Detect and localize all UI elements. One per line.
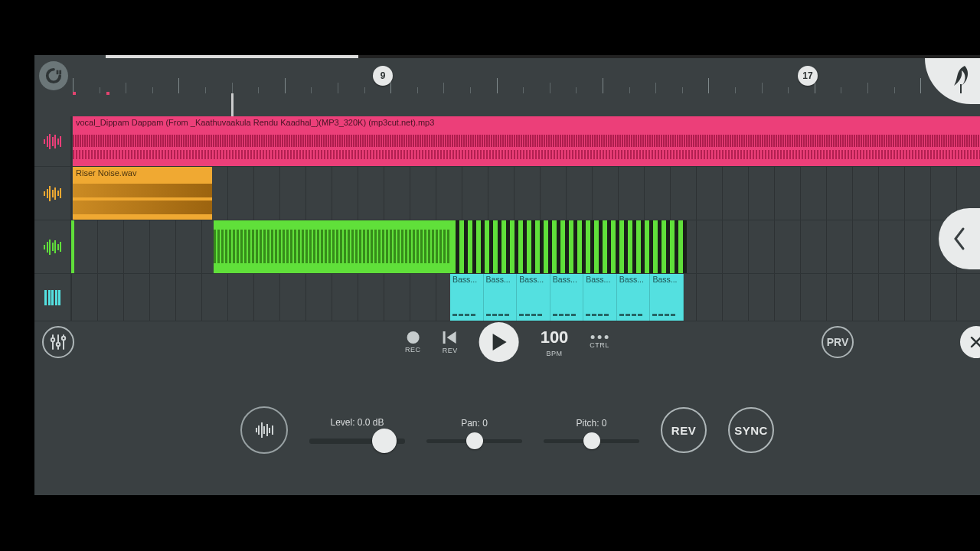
ruler-marker[interactable]: 17 [798,66,818,86]
keyboard-icon [44,290,60,305]
segment-label: Bass... [486,275,511,284]
waveform-icon [44,133,61,150]
audio-clip-green[interactable] [214,220,687,273]
segment-label: Bass... [553,275,577,284]
midi-segment[interactable]: Bass... [450,274,484,321]
track-header-green[interactable] [34,220,71,273]
segment-label: Bass... [586,275,610,284]
pan-label: Pan: 0 [461,418,488,429]
bpm-control[interactable]: 100 BPM [541,328,569,357]
ruler-ticks [73,58,980,93]
audio-clip-vocal[interactable]: vocal_Dippam Dappam (From _Kaathuvaakula… [73,116,980,166]
track-lane[interactable]: Bass...Bass...Bass...Bass...Bass...Bass.… [71,274,980,321]
midi-clip-bass[interactable]: Bass...Bass...Bass...Bass...Bass...Bass.… [450,274,684,321]
mixer-button[interactable] [42,326,74,358]
svg-point-3 [51,338,54,341]
track-row-bass: Bass...Bass...Bass...Bass...Bass...Bass.… [34,274,980,321]
segment-label: Bass... [619,275,644,284]
bpm-label: BPM [546,350,562,357]
clip-edit-panel: Level: 0.0 dB Pan: 0 Pitch: 0 REV SYNC [34,365,980,495]
clip-label: vocal_Dippam Dappam (From _Kaathuvaakula… [76,118,434,127]
midi-segment[interactable]: Bass... [517,274,550,321]
record-label: REC [405,346,421,354]
midi-segment[interactable]: Bass... [650,274,684,321]
svg-point-5 [57,343,60,346]
mixer-icon [49,333,67,351]
waveform-icon [256,422,273,439]
midi-segment[interactable]: Bass... [617,274,651,321]
pan-slider[interactable]: Pan: 0 [426,418,522,443]
track-header-vocal[interactable] [34,116,71,166]
midi-segment[interactable]: Bass... [583,274,617,321]
segment-label: Bass... [452,275,477,284]
clip-label: Riser Noise.wav [76,168,136,178]
waveform-icon [44,185,61,202]
audio-clip-stub[interactable] [71,220,74,273]
track-header-bass[interactable] [34,274,71,321]
svg-rect-0 [57,70,59,75]
rewind-label: REV [443,347,458,354]
more-icon [591,335,609,339]
track-row-riser: Riser Noise.wav [34,167,980,220]
reverse-toggle-button[interactable]: REV [661,407,707,453]
level-label: Level: 0.0 dB [330,417,384,428]
svg-rect-8 [443,331,446,344]
midi-segment[interactable]: Bass... [484,274,518,321]
ctrl-label: CTRL [590,341,609,349]
ctrl-menu-button[interactable]: CTRL [590,335,609,349]
play-icon [490,332,508,352]
skip-back-icon [443,331,458,344]
preview-button[interactable]: PRV [822,326,854,358]
close-icon [969,335,980,349]
record-button[interactable]: REC [405,331,421,354]
level-slider[interactable]: Level: 0.0 dB [309,417,405,444]
svg-rect-1 [59,70,61,75]
record-icon [407,331,419,344]
segment-label: Bass... [652,275,677,284]
track-lane[interactable]: Riser Noise.wav [71,167,980,220]
play-button[interactable] [479,322,519,362]
chevron-left-icon [952,226,967,252]
close-button[interactable] [960,326,980,358]
segment-label: Bass... [519,275,544,284]
bpm-value: 100 [541,328,569,347]
app-logo-icon[interactable] [39,61,68,90]
sync-toggle-button[interactable]: SYNC [728,407,774,453]
pitch-label: Pitch: 0 [576,418,606,429]
rewind-button[interactable]: REV [443,331,458,354]
timeline-ruler[interactable]: 9 17 [34,58,980,93]
svg-point-7 [62,337,65,340]
audio-clip-riser[interactable]: Riser Noise.wav [73,167,212,220]
track-row-green [34,220,980,274]
transport-bar: REC REV 100 BPM CTRL [34,319,980,365]
pitch-slider[interactable]: Pitch: 0 [544,418,639,443]
ruler-marker[interactable]: 9 [373,66,393,86]
track-lane[interactable] [71,220,980,273]
midi-segment[interactable]: Bass... [550,274,584,321]
daw-app: 9 17 vocal_Dippam D [34,55,980,495]
tracks-area: vocal_Dippam Dappam (From _Kaathuvaakula… [34,93,980,319]
track-lane[interactable]: vocal_Dippam Dappam (From _Kaathuvaakula… [71,116,980,166]
track-header-riser[interactable] [34,167,71,220]
sample-preview-button[interactable] [240,406,288,454]
track-row-vocal: vocal_Dippam Dappam (From _Kaathuvaakula… [34,116,980,167]
waveform-icon [44,239,61,256]
